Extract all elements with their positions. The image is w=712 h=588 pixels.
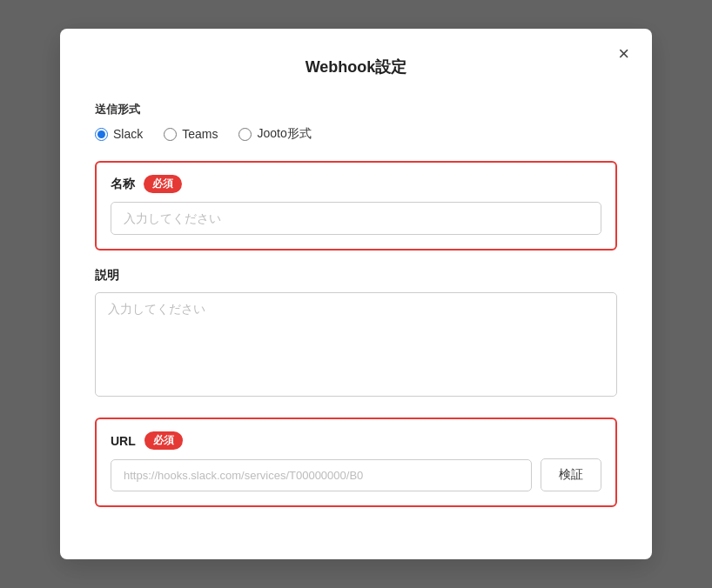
radio-option-slack[interactable]: Slack bbox=[95, 127, 143, 141]
name-required-badge: 必須 bbox=[144, 175, 182, 193]
modal-overlay: × Webhook設定 送信形式 Slack Teams Jooto形式 名称 … bbox=[0, 0, 712, 588]
verify-button[interactable]: 検証 bbox=[541, 458, 601, 491]
close-button[interactable]: × bbox=[613, 43, 635, 65]
name-field-header: 名称 必須 bbox=[111, 175, 601, 193]
radio-jooto-label: Jooto形式 bbox=[257, 126, 311, 142]
url-input[interactable] bbox=[111, 459, 532, 491]
radio-slack-label: Slack bbox=[113, 127, 143, 141]
description-field-header: 説明 bbox=[95, 268, 617, 284]
url-field-label: URL bbox=[111, 434, 136, 448]
url-input-row: 検証 bbox=[111, 458, 601, 491]
radio-option-teams[interactable]: Teams bbox=[164, 127, 218, 141]
description-field-block: 説明 bbox=[95, 268, 617, 400]
name-input[interactable] bbox=[111, 202, 601, 235]
radio-teams-label: Teams bbox=[182, 127, 218, 141]
url-field-block: URL 必須 検証 bbox=[95, 418, 617, 507]
radio-teams[interactable] bbox=[164, 128, 177, 141]
description-textarea[interactable] bbox=[95, 292, 617, 397]
radio-slack[interactable] bbox=[95, 128, 108, 141]
url-required-badge: 必須 bbox=[144, 431, 183, 450]
format-section-label: 送信形式 bbox=[95, 102, 617, 117]
modal-title: Webhook設定 bbox=[95, 57, 617, 77]
description-field-label: 説明 bbox=[95, 268, 119, 284]
url-field-header: URL 必須 bbox=[111, 431, 601, 450]
radio-option-jooto[interactable]: Jooto形式 bbox=[238, 126, 311, 142]
modal-dialog: × Webhook設定 送信形式 Slack Teams Jooto形式 名称 … bbox=[60, 29, 652, 559]
name-field-block: 名称 必須 bbox=[95, 161, 617, 251]
format-radio-group: Slack Teams Jooto形式 bbox=[95, 126, 617, 142]
name-field-label: 名称 bbox=[111, 177, 135, 192]
radio-jooto[interactable] bbox=[238, 128, 252, 141]
